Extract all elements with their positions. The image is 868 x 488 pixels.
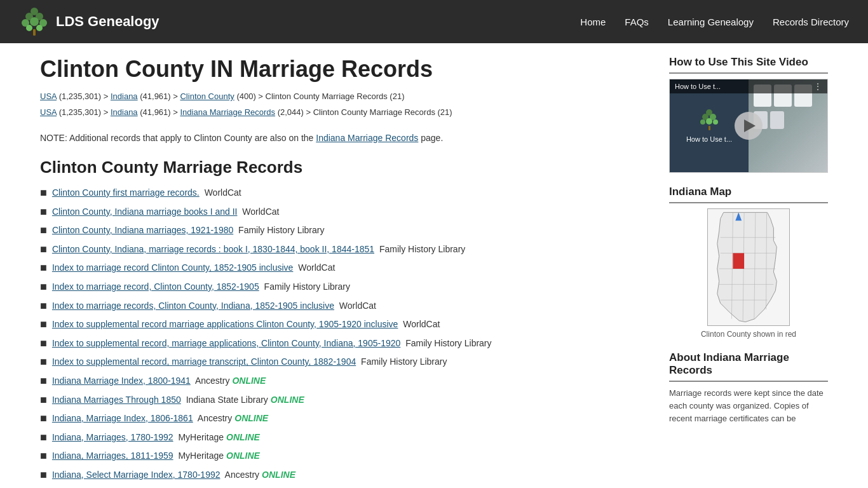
- bullet-icon: ■: [40, 205, 47, 219]
- list-item: ■Clinton County first marriage records. …: [40, 186, 650, 200]
- list-item: ■Index to supplemental record, marriage …: [40, 355, 650, 369]
- list-item: ■Index to supplemental record marriage a…: [40, 318, 650, 332]
- about-section-title: About Indiana Marriage Records: [669, 351, 828, 382]
- bullet-icon: ■: [40, 243, 47, 257]
- record-source: MyHeritage: [176, 432, 224, 442]
- record-link[interactable]: Index to marriage record, Clinton County…: [52, 281, 259, 292]
- record-link[interactable]: Indiana Marriage Index, 1800-1941: [52, 376, 191, 386]
- nav-faqs[interactable]: FAQs: [625, 17, 649, 27]
- record-link[interactable]: Index to supplemental record marriage ap…: [52, 319, 398, 329]
- record-source: Ancestry: [193, 376, 230, 386]
- nav-learning[interactable]: Learning Genealogy: [668, 17, 754, 27]
- svg-point-14: [713, 119, 718, 125]
- list-item: ■Indiana Marriage Index, 1800-1941 Ances…: [40, 374, 650, 388]
- map-caption: Clinton County shown in red: [701, 330, 796, 339]
- vid-person-row-2: [754, 111, 822, 129]
- record-link[interactable]: Indiana, Marriages, 1780-1992: [52, 432, 173, 442]
- record-source: Family History Library: [262, 281, 350, 292]
- record-link[interactable]: Clinton County, Indiana marriage books I…: [52, 207, 238, 217]
- online-badge: ONLINE: [271, 395, 304, 405]
- video-thumbnail[interactable]: How to Use t...: [669, 79, 828, 173]
- indiana-map: [707, 208, 790, 326]
- record-source: Family History Library: [358, 356, 447, 367]
- list-item: ■Indiana, Marriages, 1811-1959 MyHeritag…: [40, 449, 650, 463]
- indiana-map-container: Clinton County shown in red: [669, 208, 828, 339]
- bc-usa-1[interactable]: USA: [40, 92, 57, 101]
- record-link[interactable]: Index to supplemental record, marriage t…: [52, 356, 356, 367]
- logo-text: LDS Genealogy: [56, 13, 159, 30]
- vid-menu-dots: ⋮: [813, 81, 822, 92]
- bullet-icon: ■: [40, 393, 47, 407]
- record-link[interactable]: Index to supplemental record, marriage a…: [52, 338, 400, 348]
- svg-point-4: [30, 17, 39, 26]
- record-link[interactable]: Clinton County first marriage records.: [52, 187, 200, 198]
- bc-usa-2[interactable]: USA: [40, 107, 57, 117]
- online-badge: ONLINE: [232, 376, 266, 386]
- svg-point-12: [700, 119, 705, 125]
- record-source: Ancestry: [196, 413, 233, 423]
- main-wrapper: Clinton County IN Marriage Records USA (…: [21, 43, 847, 488]
- record-link[interactable]: Index to marriage record Clinton County,…: [52, 262, 294, 273]
- about-section: About Indiana Marriage Records Marriage …: [669, 351, 828, 425]
- note-indiana-marriage-link[interactable]: Indiana Marriage Records: [316, 133, 418, 143]
- content-area: Clinton County IN Marriage Records USA (…: [40, 56, 650, 487]
- page-title: Clinton County IN Marriage Records: [40, 56, 650, 83]
- svg-rect-15: [709, 126, 710, 130]
- vid-menu-text: How to Use t...: [675, 83, 721, 90]
- bullet-icon: ■: [40, 412, 47, 426]
- map-section-title: Indiana Map: [669, 186, 828, 203]
- record-link[interactable]: Clinton County, Indiana, marriage record…: [52, 244, 374, 254]
- bc-indiana-marriage-records[interactable]: Indiana Marriage Records: [180, 107, 275, 117]
- record-link[interactable]: Indiana, Select Marriage Index, 1780-199…: [52, 470, 220, 480]
- play-triangle-icon: [744, 119, 756, 132]
- list-item: ■Clinton County, Indiana, marriage recor…: [40, 243, 650, 257]
- record-source: WorldCat: [400, 319, 440, 329]
- list-item: ■Index to marriage record Clinton County…: [40, 261, 650, 275]
- list-item: ■Clinton County, Indiana marriages, 1921…: [40, 224, 650, 238]
- records-list: ■Clinton County first marriage records. …: [40, 186, 650, 482]
- record-link[interactable]: Clinton County, Indiana marriages, 1921-…: [52, 225, 233, 235]
- nav-home[interactable]: Home: [580, 17, 606, 27]
- record-link[interactable]: Indiana, Marriages, 1811-1959: [52, 451, 173, 461]
- svg-rect-8: [33, 29, 36, 36]
- online-badge: ONLINE: [226, 451, 260, 461]
- bc-indiana-1[interactable]: Indiana: [111, 92, 138, 101]
- list-item: ■Index to marriage record, Clinton Count…: [40, 280, 650, 294]
- online-badge: ONLINE: [262, 470, 295, 480]
- svg-point-7: [36, 25, 43, 31]
- bullet-icon: ■: [40, 224, 47, 238]
- bullet-icon: ■: [40, 261, 47, 275]
- main-nav: Home FAQs Learning Genealogy Records Dir…: [580, 17, 849, 27]
- nav-records-dir[interactable]: Records Directory: [773, 17, 849, 27]
- record-link[interactable]: Indiana Marriages Through 1850: [52, 395, 181, 405]
- online-badge: ONLINE: [234, 413, 268, 423]
- sidebar: How to Use This Site Video How: [669, 56, 828, 487]
- list-item: ■Indiana, Marriages, 1780-1992 MyHeritag…: [40, 431, 650, 445]
- logo-area[interactable]: LDS Genealogy: [19, 6, 159, 37]
- breadcrumb-line2: USA (1,235,301) > Indiana (41,961) > Ind…: [40, 106, 650, 119]
- online-badge: ONLINE: [226, 432, 260, 442]
- svg-point-13: [706, 118, 712, 125]
- play-button[interactable]: [735, 112, 763, 140]
- record-link[interactable]: Index to marriage records, Clinton Count…: [52, 301, 334, 311]
- section-title: Clinton County Marriage Records: [40, 158, 650, 177]
- record-source: WorldCat: [240, 207, 279, 217]
- bullet-icon: ■: [40, 355, 47, 369]
- bullet-icon: ■: [40, 299, 47, 313]
- video-section-title: How to Use This Site Video: [669, 56, 828, 74]
- bc-indiana-2[interactable]: Indiana: [111, 107, 138, 117]
- vid-menu-bar: How to Use t... ⋮: [670, 79, 827, 93]
- vid-title-text: How to Use t...: [686, 135, 732, 143]
- record-link[interactable]: Indiana, Marriage Index, 1806-1861: [52, 413, 193, 423]
- record-source: Family History Library: [236, 225, 324, 235]
- note-text: NOTE: Additional records that apply to C…: [40, 131, 650, 145]
- record-source: Indiana State Library: [184, 395, 268, 405]
- about-text: Marriage records were kept since the dat…: [669, 387, 828, 425]
- bc-clinton-county[interactable]: Clinton County: [180, 92, 234, 101]
- svg-point-6: [26, 25, 32, 31]
- svg-rect-26: [733, 253, 744, 269]
- bullet-icon: ■: [40, 318, 47, 332]
- bullet-icon: ■: [40, 449, 47, 463]
- breadcrumbs: USA (1,235,301) > Indiana (41,961) > Cli…: [40, 90, 650, 119]
- record-source: WorldCat: [337, 301, 376, 311]
